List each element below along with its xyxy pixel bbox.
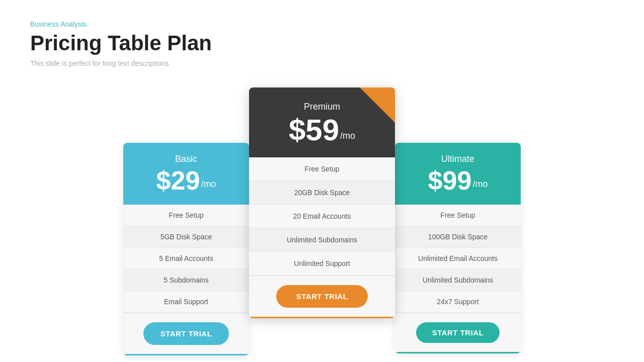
feature-ultimate-2: Unlimited Email Accounts xyxy=(395,248,521,269)
plan-footer-basic: START TRIAL xyxy=(123,313,249,354)
page-wrapper: Business Analysis Pricing Table Plan Thi… xyxy=(0,0,644,362)
start-trial-basic-button[interactable]: START TRIAL xyxy=(143,322,229,345)
price-period-premium: /mo xyxy=(340,131,355,141)
ultimate-bottom-line xyxy=(395,352,521,353)
feature-ultimate-3: Unlimited Subdomains xyxy=(395,269,521,291)
plan-price-ultimate: $99 /mo xyxy=(428,167,488,194)
feature-ultimate-1: 100GB Disk Space xyxy=(395,226,521,248)
plan-features-ultimate: Free Setup 100GB Disk Space Unlimited Em… xyxy=(395,205,521,313)
price-amount-basic: $29 xyxy=(156,167,200,194)
plan-header-ultimate: Ultimate $99 /mo xyxy=(395,143,521,205)
price-period-ultimate: /mo xyxy=(472,179,488,190)
feature-premium-1: 20GB Disk Space xyxy=(249,181,395,205)
plan-footer-ultimate: START TRIAL xyxy=(395,313,521,352)
page-title: Pricing Table Plan xyxy=(30,31,614,55)
feature-premium-0: Free Setup xyxy=(249,157,395,181)
premium-bottom-line xyxy=(249,317,395,318)
price-amount-ultimate: $99 xyxy=(428,167,472,194)
plan-price-basic: $29 /mo xyxy=(156,167,216,194)
plan-price-premium: $59 /mo xyxy=(289,115,355,145)
header: Business Analysis Pricing Table Plan Thi… xyxy=(30,20,614,67)
price-period-basic: /mo xyxy=(201,179,216,190)
start-trial-ultimate-button[interactable]: START TRIAL xyxy=(416,322,500,343)
premium-corner-accent xyxy=(360,87,395,123)
pricing-container: Basic $29 /mo Free Setup 5GB Disk Space … xyxy=(30,87,614,355)
feature-basic-4: Email Support xyxy=(123,291,249,313)
plan-header-basic: Basic $29 /mo xyxy=(123,143,249,205)
feature-basic-2: 5 Email Accounts xyxy=(123,248,249,269)
page-subtitle: This slide is perfect for long text desc… xyxy=(30,59,614,67)
plan-header-premium: Premium $59 /mo xyxy=(249,87,395,157)
start-trial-premium-button[interactable]: START TRIAL xyxy=(276,285,368,308)
plan-footer-premium: START TRIAL xyxy=(249,276,395,317)
basic-bottom-line xyxy=(123,354,249,355)
feature-ultimate-4: 24x7 Support xyxy=(395,291,521,313)
feature-basic-0: Free Setup xyxy=(123,205,249,226)
plan-card-ultimate: Ultimate $99 /mo Free Setup 100GB Disk S… xyxy=(395,143,521,353)
feature-premium-3: Unlimited Subdomains xyxy=(249,228,395,252)
plan-name-premium: Premium xyxy=(304,102,340,112)
plan-card-premium: Premium $59 /mo Free Setup 20GB Disk Spa… xyxy=(249,87,395,318)
plan-name-basic: Basic xyxy=(175,154,197,164)
plan-card-basic: Basic $29 /mo Free Setup 5GB Disk Space … xyxy=(123,143,249,355)
feature-premium-2: 20 Email Accounts xyxy=(249,205,395,228)
plan-features-premium: Free Setup 20GB Disk Space 20 Email Acco… xyxy=(249,157,395,276)
price-amount-premium: $59 xyxy=(289,115,339,145)
plan-features-basic: Free Setup 5GB Disk Space 5 Email Accoun… xyxy=(123,205,249,313)
feature-premium-4: Unlimited Support xyxy=(249,252,395,276)
category-label: Business Analysis xyxy=(30,20,614,28)
feature-ultimate-0: Free Setup xyxy=(395,205,521,226)
feature-basic-1: 5GB Disk Space xyxy=(123,226,249,248)
plan-name-ultimate: Ultimate xyxy=(441,154,474,164)
feature-basic-3: 5 Subdomains xyxy=(123,269,249,291)
